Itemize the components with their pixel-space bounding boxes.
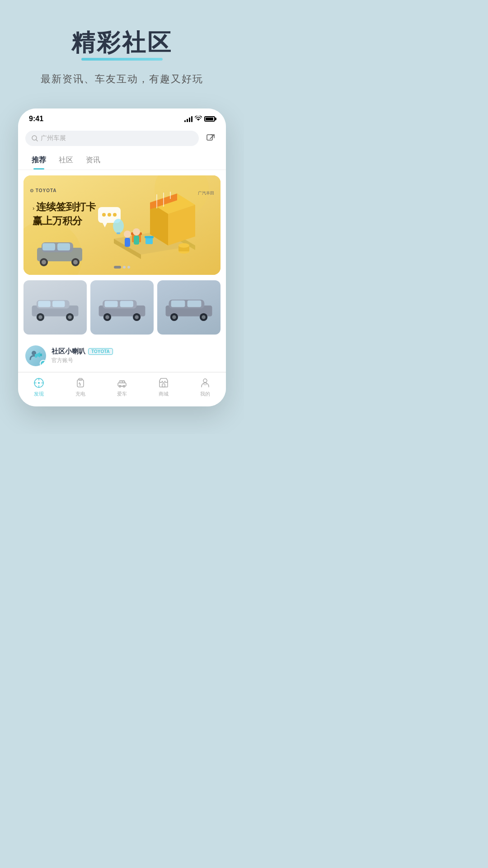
hero-section: 精彩社区 最新资讯、车友互动，有趣又好玩 xyxy=(0,0,244,95)
car-image-owners xyxy=(90,280,154,335)
shop-icon xyxy=(158,377,169,389)
svg-rect-42 xyxy=(42,243,55,250)
nav-item-shop[interactable]: 商城 xyxy=(143,377,184,397)
svg-point-32 xyxy=(133,228,140,236)
svg-rect-70 xyxy=(35,354,37,358)
nav-item-mycar[interactable]: 爱车 xyxy=(101,377,143,397)
svg-rect-33 xyxy=(134,236,139,245)
avatar xyxy=(25,345,46,366)
svg-rect-31 xyxy=(125,238,130,247)
category-card-owners[interactable]: 车主有话说 xyxy=(90,280,154,335)
nav-label-discover: 发现 xyxy=(34,391,44,397)
community-post-item[interactable]: 社区小喇叭 TOYOTA 官方账号 xyxy=(18,340,226,372)
svg-rect-47 xyxy=(52,301,65,307)
svg-point-67 xyxy=(202,315,206,319)
nav-item-charge[interactable]: 充电 xyxy=(60,377,101,397)
signal-icon xyxy=(184,116,192,122)
svg-point-59 xyxy=(135,315,139,319)
svg-rect-83 xyxy=(121,381,122,383)
svg-rect-20 xyxy=(145,238,153,244)
svg-rect-55 xyxy=(120,301,133,307)
tab-community[interactable]: 社区 xyxy=(52,151,80,170)
wifi-icon xyxy=(195,115,202,123)
bottom-navigation: 发现 充电 xyxy=(18,372,226,406)
community-username: 社区小喇叭 xyxy=(52,347,85,356)
svg-point-30 xyxy=(124,231,131,238)
discover-icon xyxy=(33,377,45,389)
banner-dots xyxy=(23,263,221,271)
svg-point-72 xyxy=(38,382,40,384)
search-icon xyxy=(32,135,38,142)
nav-label-shop: 商城 xyxy=(159,391,169,397)
car-image-exchange xyxy=(23,280,87,335)
svg-point-51 xyxy=(68,315,72,319)
mycar-icon xyxy=(116,377,128,389)
nav-label-mine: 我的 xyxy=(200,391,210,397)
community-brand-badge: TOYOTA xyxy=(88,348,113,355)
category-row: 车友交流汇 车主有话说 xyxy=(18,280,226,340)
banner-card[interactable]: ⊙ TOYOTA 广汽丰田 › 连续签到打卡 赢上万积分 xyxy=(23,175,221,275)
svg-rect-63 xyxy=(188,301,202,307)
svg-point-49 xyxy=(38,315,42,319)
hero-subtitle: 最新资讯、车友互动，有趣又好玩 xyxy=(41,72,203,86)
nav-item-discover[interactable]: 发现 xyxy=(18,377,60,397)
svg-line-1 xyxy=(36,140,38,141)
svg-rect-62 xyxy=(171,301,185,307)
svg-point-27 xyxy=(102,213,106,217)
svg-rect-84 xyxy=(123,381,125,383)
nav-item-mine[interactable]: 我的 xyxy=(184,377,226,397)
svg-rect-35 xyxy=(117,232,120,234)
category-card-exchange[interactable]: 车友交流汇 xyxy=(23,280,87,335)
tab-news[interactable]: 资讯 xyxy=(80,151,107,170)
svg-rect-78 xyxy=(77,380,84,387)
search-placeholder-text: 广州车展 xyxy=(41,134,66,142)
toyota-logo: ⊙ TOYOTA xyxy=(30,188,57,193)
svg-point-34 xyxy=(113,219,124,233)
mine-icon xyxy=(199,377,211,389)
battery-icon xyxy=(204,116,215,122)
svg-point-57 xyxy=(105,315,109,319)
status-bar: 9:41 xyxy=(18,108,226,126)
svg-point-29 xyxy=(113,213,117,217)
verified-badge xyxy=(40,360,46,366)
phone-mockup: 9:41 xyxy=(18,108,226,406)
car-image-qa xyxy=(157,280,221,335)
search-container[interactable]: 广州车展 xyxy=(25,131,199,146)
community-subtitle: 官方账号 xyxy=(52,357,113,364)
charge-icon xyxy=(75,377,86,389)
svg-rect-21 xyxy=(145,236,154,238)
category-card-qa[interactable]: 用车Q&A xyxy=(157,280,221,335)
svg-rect-85 xyxy=(162,384,165,387)
svg-rect-43 xyxy=(57,243,70,250)
search-bar: 广州车展 xyxy=(18,126,226,151)
svg-point-24 xyxy=(178,243,189,248)
banner-text: › 连续签到打卡 赢上万积分 xyxy=(33,200,96,228)
svg-point-28 xyxy=(108,213,111,217)
status-time: 9:41 xyxy=(29,115,43,123)
svg-rect-46 xyxy=(38,301,50,307)
status-icons xyxy=(184,115,215,123)
svg-point-65 xyxy=(172,315,176,319)
gac-toyota-logo: 广汽丰田 xyxy=(198,191,214,195)
hero-title: 精彩社区 xyxy=(71,27,173,59)
share-button[interactable] xyxy=(202,130,219,146)
tab-bar: 推荐 社区 资讯 xyxy=(18,151,226,170)
community-info: 社区小喇叭 TOYOTA 官方账号 xyxy=(52,347,113,364)
nav-label-mycar: 爱车 xyxy=(117,391,127,397)
tab-recommend[interactable]: 推荐 xyxy=(25,151,52,170)
svg-point-86 xyxy=(203,379,207,382)
nav-label-charge: 充电 xyxy=(75,391,85,397)
svg-rect-54 xyxy=(104,301,117,307)
